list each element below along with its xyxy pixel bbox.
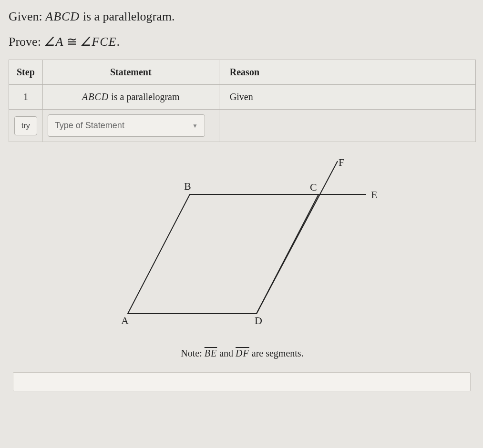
segment-df [257, 161, 338, 314]
note-segment-df: DF [236, 348, 249, 358]
proof-table: Step Statement Reason 1 ABCD is a parall… [9, 60, 476, 142]
prove-prefix: Prove: [9, 35, 44, 49]
figure-note: Note: BE and DF are segments. [9, 348, 476, 359]
vertex-label-d: D [255, 315, 262, 326]
given-suffix: is a parallelogram. [80, 10, 175, 23]
note-prefix: Note: [181, 348, 204, 358]
given-math: ABCD [45, 10, 80, 23]
vertex-label-c: C [310, 181, 317, 193]
parallelogram-diagram: A B C D E F [94, 156, 390, 337]
given-prefix: Given: [9, 10, 45, 23]
reason-cell-empty [219, 110, 475, 142]
note-mid: and [217, 348, 236, 358]
note-segment-be: BE [205, 348, 217, 358]
given-statement: Given: ABCD is a parallelogram. [9, 10, 474, 24]
vertex-label-a: A [121, 315, 129, 326]
answer-input[interactable] [13, 372, 471, 391]
statement-text: is a parallelogram [109, 92, 179, 102]
chevron-down-icon: ▼ [192, 122, 198, 129]
prove-rhs: ∠FCE [80, 35, 116, 49]
header-reason: Reason [219, 60, 475, 85]
statement-math: ABCD [82, 92, 109, 102]
header-statement: Statement [42, 60, 219, 85]
table-row: 1 ABCD is a parallelogram Given [9, 85, 476, 110]
note-suffix: are segments. [249, 348, 304, 358]
prove-lhs: ∠A [44, 35, 63, 49]
statement-cell: ABCD is a parallelogram [42, 85, 219, 110]
header-step: Step [9, 60, 43, 85]
vertex-label-b: B [184, 180, 191, 192]
dropdown-placeholder: Type of Statement [55, 121, 124, 131]
geometry-figure: A B C D E F Note: BE and DF are segments… [9, 156, 476, 359]
step-number: 1 [9, 85, 43, 110]
prove-statement: Prove: ∠A ≅ ∠FCE. [9, 34, 474, 49]
parallelogram-abcd [128, 194, 319, 314]
vertex-label-f: F [339, 156, 344, 168]
type-of-statement-dropdown[interactable]: Type of Statement ▼ [48, 114, 205, 137]
table-row: try Type of Statement ▼ [9, 110, 476, 142]
reason-cell: Given [219, 85, 475, 110]
vertex-label-e: E [371, 189, 377, 201]
prove-relation: ≅ [63, 35, 80, 49]
try-button[interactable]: try [14, 116, 37, 135]
prove-suffix: . [116, 35, 120, 49]
